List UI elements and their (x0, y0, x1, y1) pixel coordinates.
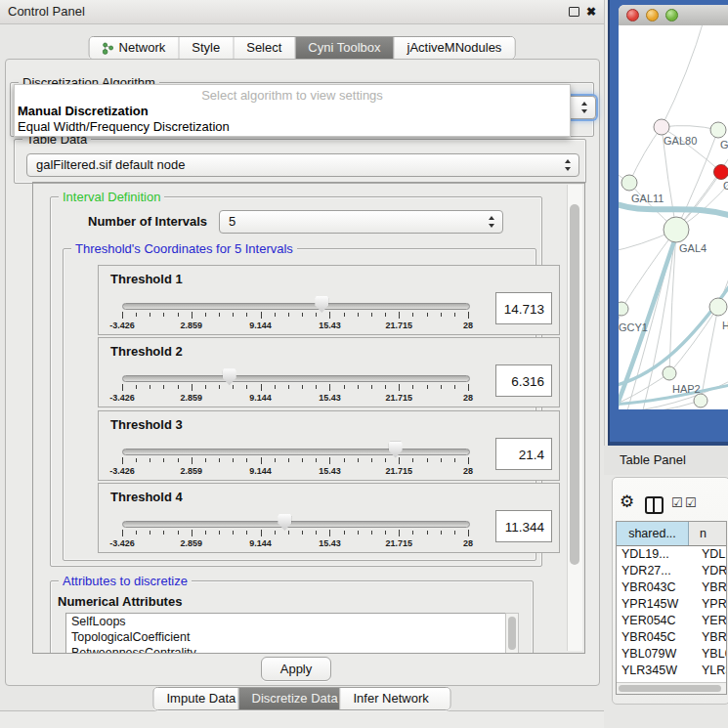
table-row[interactable]: YLR345WYLR3 (617, 663, 726, 679)
tick-label: -3.426 (101, 321, 144, 330)
table-row[interactable]: YER054CYER0 (617, 613, 726, 629)
tab-network[interactable]: Network (90, 37, 180, 59)
tick-mark (454, 458, 455, 462)
attributes-list-scrollbar[interactable] (505, 613, 519, 654)
tab-label: Select (246, 37, 281, 59)
close-traffic-light-icon[interactable] (626, 9, 639, 21)
numerical-attributes-list[interactable]: SelfLoopsTopologicalCoefficientBetweenne… (65, 613, 507, 654)
threshold-box-2: Threshold 2-3.4262.8599.14415.4321.71528… (98, 337, 560, 407)
checkbox-icon[interactable]: ☑ (685, 495, 697, 510)
list-item-selfloops[interactable]: SelfLoops (66, 614, 506, 629)
table-row[interactable]: YBR045CYBR0 (617, 629, 726, 646)
network-node-gcy1[interactable] (619, 302, 628, 316)
list-item-betweennesscentrality[interactable]: BetweennessCentrality (66, 645, 506, 654)
combo-stepper-icon[interactable] (564, 158, 572, 172)
tab-select[interactable]: Select (234, 37, 295, 59)
tick-label: 9.144 (239, 393, 282, 403)
threshold-slider-thumb[interactable] (389, 442, 403, 458)
tick-mark (178, 531, 179, 535)
bottom-tab-impute-data[interactable]: Impute Data (154, 688, 239, 709)
tick-mark (178, 313, 179, 317)
tab-cyni-toolbox[interactable]: Cyni Toolbox (295, 37, 394, 59)
apply-button[interactable]: Apply (261, 657, 331, 681)
attributes-list-scrollbar-thumb[interactable] (508, 617, 516, 650)
table-cell: YBL0 (689, 646, 726, 663)
column-header-shared[interactable]: shared... (617, 522, 689, 545)
tab-style[interactable]: Style (179, 37, 234, 59)
number-of-intervals-label: Number of Intervals (88, 214, 207, 229)
tick-mark (122, 530, 123, 536)
control-panel-window: Control Panel ✖ NetworkStyleSelectCyni T… (0, 0, 605, 711)
network-edge[interactable] (629, 127, 662, 183)
network-edge[interactable] (662, 25, 705, 127)
tab-jactivemnodules[interactable]: jActiveMNodules (395, 37, 515, 59)
close-icon[interactable]: ✖ (586, 3, 596, 21)
zoom-traffic-light-icon[interactable] (665, 9, 678, 21)
tick-label: 21.715 (377, 538, 420, 548)
tick-mark (261, 312, 262, 319)
network-node-gal80[interactable] (654, 119, 669, 135)
tick-label: 21.715 (377, 393, 420, 403)
threshold-slider-track[interactable] (122, 449, 470, 455)
network-node[interactable] (694, 394, 707, 407)
network-canvas[interactable]: GAL80GACGAL11GAL4GCY1HHAP2 (619, 25, 728, 409)
table-row[interactable]: YBL079WYBL0 (617, 646, 726, 663)
threshold-slider-track[interactable] (122, 375, 470, 382)
table-data-combo[interactable]: galFiltered.sif default node (26, 153, 579, 177)
settings-scrollbar-thumb[interactable] (570, 204, 579, 565)
table-horizontal-scrollbar[interactable] (617, 682, 726, 694)
network-node-h[interactable] (709, 298, 727, 316)
tick-label: 9.144 (239, 538, 282, 548)
threshold-value-field[interactable]: 6.316 (495, 364, 552, 397)
tick-mark (233, 458, 234, 462)
threshold-value-field[interactable]: 14.713 (495, 292, 552, 324)
threshold-slider-thumb[interactable] (223, 368, 236, 385)
network-edge[interactable] (676, 150, 728, 230)
threshold-value-field[interactable]: 21.4 (495, 438, 552, 470)
tick-mark (344, 531, 345, 535)
table-row[interactable]: YDL19...YDL1 (617, 546, 726, 563)
gear-icon[interactable]: ⚙ (620, 493, 634, 510)
float-window-icon[interactable] (569, 7, 579, 17)
list-item-topologicalcoefficient[interactable]: TopologicalCoefficient (66, 629, 506, 645)
combo-stepper-icon[interactable] (580, 101, 588, 114)
bottom-tab-infer-network[interactable]: Infer Network (341, 688, 450, 709)
popup-item-equal-width-frequency[interactable]: Equal Width/Frequency Discretization (18, 119, 230, 134)
tick-mark (316, 458, 317, 462)
network-edge[interactable] (662, 126, 718, 130)
table-horizontal-scrollbar-thumb[interactable] (619, 685, 721, 692)
network-node-c[interactable] (714, 165, 728, 180)
network-node-ga[interactable] (710, 122, 726, 138)
table-row[interactable]: YDR27...YDR2 (617, 563, 726, 579)
columns-icon[interactable] (645, 496, 664, 514)
table-cell: YLR3 (689, 663, 726, 679)
popup-item-manual-discretization[interactable]: Manual Discretization (18, 104, 149, 118)
combo-stepper-icon[interactable] (488, 215, 495, 229)
network-node-gal11[interactable] (621, 175, 637, 191)
bottom-tab-discretize-data[interactable]: Discretize Data (239, 688, 341, 709)
table-cell: YDR2 (689, 563, 726, 579)
network-node-label: GAL11 (631, 193, 664, 204)
tick-mark (412, 385, 413, 389)
checkbox-icon[interactable]: ☑ (671, 495, 683, 510)
table-row[interactable]: YPR145WYPR1 (617, 596, 726, 613)
network-node-gal4[interactable] (664, 217, 689, 242)
minimize-traffic-light-icon[interactable] (646, 9, 659, 21)
threshold-slider-track[interactable] (122, 521, 470, 528)
table-cell: YDR27... (617, 563, 689, 579)
column-header-name[interactable]: n (689, 522, 726, 545)
threshold-slider-thumb[interactable] (278, 514, 291, 531)
threshold-value-field[interactable]: 11.344 (495, 510, 552, 542)
network-edge[interactable] (621, 230, 676, 309)
tick-mark (412, 313, 413, 317)
number-of-intervals-combo[interactable]: 5 (219, 210, 503, 234)
network-edge[interactable] (669, 307, 718, 373)
settings-scrollbar[interactable] (567, 185, 582, 651)
tick-mark (219, 458, 220, 462)
threshold-slider-thumb[interactable] (315, 296, 328, 313)
network-node-hap2[interactable] (663, 366, 676, 380)
network-node-label: GAL80 (664, 135, 697, 147)
table-cell: YBR043C (617, 579, 689, 596)
table-row[interactable]: YBR043CYBR0 (617, 579, 726, 596)
threshold-slider-track[interactable] (122, 303, 470, 310)
